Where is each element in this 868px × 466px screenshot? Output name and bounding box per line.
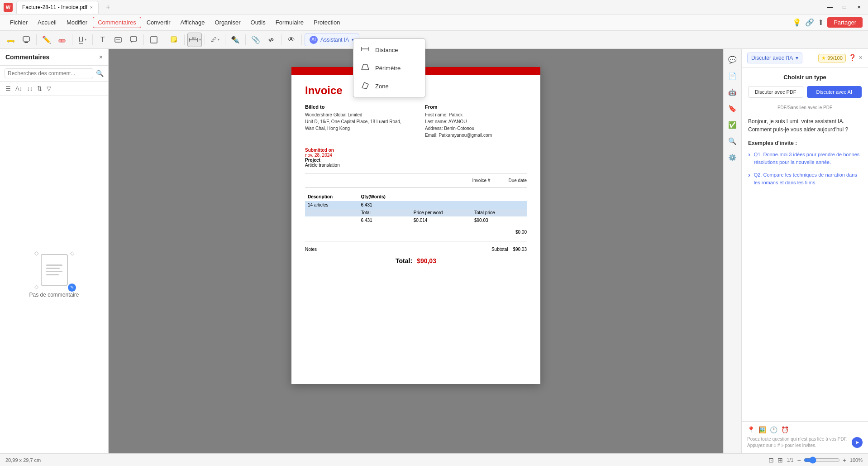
ai-example-2[interactable]: › Q2. Compare les techniques de narratio… [748,171,862,186]
pages-panel-icon[interactable]: 📄 [725,69,740,83]
search-panel-icon[interactable]: 🔍 [725,134,740,149]
pdf-type-btn[interactable]: Discuter avec PDF [748,86,803,98]
shape-tool[interactable] [147,33,161,47]
text-box-tool[interactable] [111,33,125,47]
share-button[interactable]: Partager [827,17,863,28]
ai-example-1-text: Q1. Donne-moi 3 idées pour prendre de bo… [754,151,862,166]
attachment-tool[interactable]: 📎 [248,33,263,47]
ai-footer-icons: 📍 🖼️ 🕐 ⏰ [747,426,863,433]
pin-icon[interactable]: 📍 [747,426,755,433]
diamond-bl-icon: ◇ [34,283,38,290]
menu-organiser[interactable]: Organiser [210,17,245,28]
menu-outils[interactable]: Outils [246,17,270,28]
ai-panel-title-btn[interactable]: Discuter avec l'IA ▾ [747,53,802,63]
svg-rect-5 [59,39,65,42]
separator-8 [225,34,225,45]
ai-panel-close-btn[interactable]: × [859,54,863,62]
search-icon[interactable]: 🔍 [96,70,104,77]
menu-affichage[interactable]: Affichage [176,17,209,28]
ai-example-1[interactable]: › Q1. Donne-moi 3 idées pour prendre de … [748,151,862,166]
signature-tool[interactable]: ✒️ [228,33,243,47]
show-hide-tool[interactable]: 👁 [284,33,299,47]
close-btn[interactable]: × [854,2,864,13]
zoom-slider[interactable] [804,456,840,464]
table-total-price-header: Total price [472,209,517,216]
menu-accueil[interactable]: Accueil [33,17,61,28]
ai-type-btn[interactable]: Discuter avec AI [807,86,862,98]
menu-modifier[interactable]: Modifier [62,17,92,28]
sort-alpha-icon[interactable]: A↕ [14,84,23,93]
from-email: Email: Patkarayanou@gmail.com [425,132,527,139]
minimize-btn[interactable]: — [825,2,835,13]
fit-page-icon[interactable]: ⊞ [777,456,783,464]
ai-panel-icon[interactable]: 🤖 [725,85,740,100]
link-tool[interactable] [264,33,278,47]
pen-tool[interactable]: ✏️ [39,33,54,47]
new-tab-btn[interactable]: + [102,1,114,13]
ai-send-btn[interactable]: ➤ [852,437,863,448]
menu-convertir[interactable]: Convertir [142,17,175,28]
pdf-area[interactable]: Invoice Billed to Wondershare Global Lim… [109,49,723,453]
app-icon: W [4,3,13,12]
bullet-1-icon: › [748,151,750,158]
underline-tool[interactable]: U̲▾ [75,33,90,47]
upload-icon[interactable]: ⬆ [818,18,824,27]
filter-icon[interactable]: ▽ [46,84,52,93]
zone-menu-item[interactable]: Zone [353,77,425,95]
help-icon[interactable]: ❓ [849,54,856,62]
perimeter-menu-item[interactable]: Périmètre [353,59,425,77]
menu-fichier[interactable]: Fichier [5,17,32,28]
clock-icon[interactable]: 🕐 [770,426,777,433]
far-right-icon-bar: 💬 📄 🤖 🔖 ✅ 🔍 ⚙️ [723,49,741,453]
doc-icon-container: ◇ ◇ ◇ ✎ [36,252,72,288]
sidebar-close-btn[interactable]: × [99,53,103,61]
zoom-out-btn[interactable]: − [797,456,801,464]
stamp-fill-tool[interactable]: 🖊▾ [208,33,222,47]
comment-placeholder: ◇ ◇ ◇ ✎ Pas de commentaire [29,252,79,298]
sort-num-icon[interactable]: ⇅ [36,84,43,93]
send-icon: ➤ [855,439,859,446]
sort-icon[interactable]: ☰ [5,84,12,93]
ai-assistant-btn[interactable]: AI Assistant IA ▾ [305,34,359,46]
share-icon[interactable]: 🔗 [805,18,814,27]
page-size-label: 20,99 x 29,7 cm [5,457,41,463]
zoom-in-btn[interactable]: + [843,456,846,464]
bullet-2-icon: › [748,171,750,178]
bookmark-icon[interactable]: 🔖 [725,101,740,116]
eraser-tool[interactable] [55,33,69,47]
pdf-content: Invoice Billed to Wondershare Global Lim… [291,75,540,274]
notes-label: Notes [305,247,317,252]
submitted-label: Submitted on [305,148,527,153]
check-icon[interactable]: ✅ [725,118,740,132]
highlight-tool[interactable] [4,33,18,47]
light-icon[interactable]: 💡 [792,18,801,27]
tab-close-btn[interactable]: × [90,5,93,10]
menu-commentaires[interactable]: Commentaires [93,17,141,28]
active-tab[interactable]: Facture-28-11 - Invoice.pdf × [16,1,99,14]
stamp-tool[interactable] [19,33,33,47]
ai-panel-header-icons: ★ 99/100 ❓ × [818,54,863,62]
sort-date-icon[interactable]: ↕↕ [26,84,33,93]
menu-protection[interactable]: Protection [309,17,345,28]
comments-panel-icon[interactable]: 💬 [725,53,740,67]
from-col: From First name: Patrick Last name: AYAN… [425,104,527,139]
zoom-bar: − + [797,456,846,464]
sidebar-title: Commentaires [5,53,49,61]
table-total-label: Total [358,209,411,216]
menu-formulaire[interactable]: Formulaire [271,17,308,28]
text-tool[interactable]: T [95,33,110,47]
settings-panel-icon[interactable]: ⚙️ [725,150,740,165]
separator-10 [281,34,281,45]
maximize-btn[interactable]: □ [839,2,850,13]
sticky-note-tool[interactable] [167,33,181,47]
fit-width-icon[interactable]: ⊡ [768,456,774,464]
measure-tool[interactable]: 123 ▾ [187,33,202,47]
timer-icon[interactable]: ⏰ [781,426,789,433]
distance-label: Distance [375,49,398,53]
empty-cell3 [517,201,527,209]
comment-search-input[interactable] [5,68,93,78]
ai-input-field[interactable]: Posez toute question qui n'est pas liée … [747,436,849,449]
image-icon[interactable]: 🖼️ [758,426,766,433]
callout-tool[interactable] [126,33,141,47]
distance-menu-item[interactable]: Distance [353,49,425,59]
